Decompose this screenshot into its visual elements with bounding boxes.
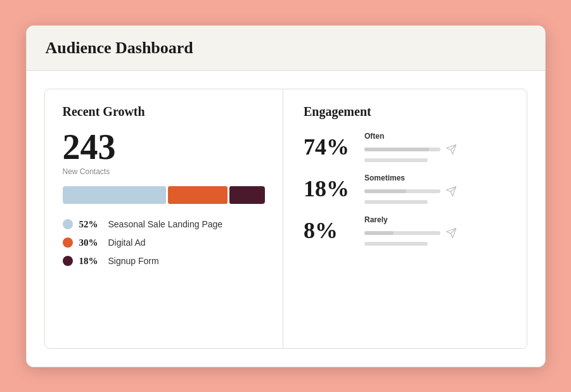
legend-label-0: Seasonal Sale Landing Page [108, 219, 223, 229]
engagement-label-1: Sometimes [364, 174, 506, 182]
send-icon-0 [446, 144, 457, 155]
engagement-bar-fill-2 [364, 231, 394, 235]
engagement-items: 74% Often [304, 132, 506, 246]
engagement-label-0: Often [364, 132, 506, 141]
engagement-panel: Engagement 74% Often [283, 89, 527, 348]
page-title: Audience Dashboard [46, 39, 526, 58]
engagement-sub-bar-2 [364, 242, 428, 246]
legend-label-1: Digital Ad [108, 237, 146, 248]
send-icon-1 [446, 186, 457, 197]
engagement-detail-1: Sometimes [364, 174, 506, 204]
engagement-label-2: Rarely [364, 215, 506, 224]
legend-item-2: 18% Signup Form [63, 256, 266, 267]
engagement-bar-fill-1 [364, 189, 406, 193]
legend-dot-2 [63, 256, 73, 266]
engagement-bar-track-1 [364, 189, 440, 193]
send-icon-2 [446, 227, 457, 239]
engagement-pct-0: 74% [304, 134, 354, 160]
dashboard-card: Recent Growth 243 New Contacts 52% Seaso… [44, 89, 527, 349]
bar-segment-0 [63, 186, 166, 204]
legend-pct-2: 18% [79, 256, 102, 267]
legend-label-2: Signup Form [108, 256, 159, 266]
bar-segment-2 [229, 186, 265, 204]
engagement-detail-0: Often [364, 132, 506, 162]
new-contacts-number: 243 [63, 129, 266, 165]
engagement-bar-fill-0 [364, 148, 429, 151]
engagement-pct-2: 8% [304, 217, 354, 244]
engagement-sub-bar-1 [364, 200, 428, 204]
window-body: Recent Growth 243 New Contacts 52% Seaso… [27, 71, 545, 367]
engagement-item-2: 8% Rarely [304, 215, 506, 246]
engagement-sub-bar-0 [364, 158, 428, 162]
engagement-bar-row-0 [364, 144, 506, 155]
engagement-bar-row-1 [364, 186, 506, 197]
legend-pct-0: 52% [79, 219, 102, 230]
engagement-pct-1: 18% [304, 175, 354, 202]
new-contacts-label: New Contacts [63, 167, 266, 176]
legend-pct-1: 30% [79, 237, 102, 248]
engagement-detail-2: Rarely [364, 215, 506, 246]
engagement-item-0: 74% Often [304, 132, 506, 162]
bar-segment-1 [168, 186, 228, 204]
recent-growth-panel: Recent Growth 243 New Contacts 52% Seaso… [45, 89, 284, 348]
engagement-bar-track-2 [364, 231, 440, 235]
legend-list: 52% Seasonal Sale Landing Page 30% Digit… [63, 219, 266, 267]
window-header: Audience Dashboard [27, 26, 545, 71]
legend-item-0: 52% Seasonal Sale Landing Page [63, 219, 266, 230]
legend-dot-1 [63, 237, 73, 248]
engagement-heading: Engagement [304, 104, 506, 119]
legend-dot-0 [63, 219, 73, 229]
stacked-bar-chart [63, 186, 266, 204]
legend-item-1: 30% Digital Ad [63, 237, 266, 248]
engagement-bar-row-2 [364, 227, 506, 239]
engagement-bar-track-0 [364, 148, 440, 151]
recent-growth-heading: Recent Growth [63, 104, 266, 119]
app-window: Audience Dashboard Recent Growth 243 New… [26, 25, 546, 367]
engagement-item-1: 18% Sometimes [304, 174, 506, 204]
